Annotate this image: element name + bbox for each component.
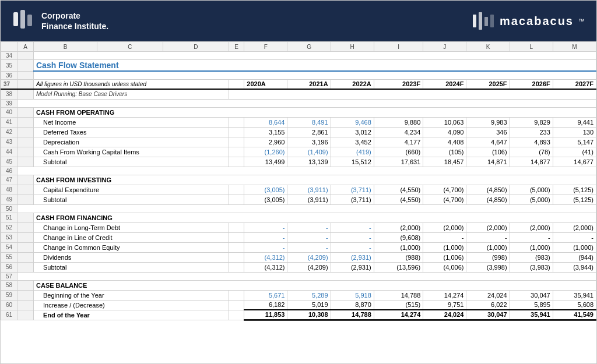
col-letter-b: B — [34, 42, 97, 52]
div-2026: (983) — [510, 252, 553, 262]
logo-text: Corporate Finance Institute. — [41, 10, 108, 31]
sheet-title: Cash Flow Statement — [34, 60, 596, 72]
dep-2025: 4,647 — [466, 137, 510, 147]
div-2022: (2,931) — [331, 252, 374, 262]
inc-2023: (515) — [374, 300, 423, 310]
loc-2021: - — [287, 232, 331, 242]
div-2021: (4,209) — [287, 252, 331, 262]
wc-2024: (105) — [423, 147, 466, 157]
dep-2024: 4,408 — [423, 137, 466, 147]
row-34: 34 — [1, 52, 596, 60]
wc-2025: (106) — [466, 147, 510, 157]
fin-sub-2020: (4,312) — [244, 262, 287, 272]
financing-subtotal-label: Subtotal — [34, 262, 229, 272]
logo-right: macabacus ™ — [472, 12, 585, 30]
ltd-2024: (2,000) — [423, 222, 466, 232]
ops-sub-2020: 13,499 — [244, 157, 287, 167]
loc-2025: - — [466, 232, 510, 242]
row-38: 38 Model Running: Base Case Drivers — [1, 89, 596, 99]
logo-line1: Corporate — [41, 10, 108, 21]
ltd-2021: - — [287, 222, 331, 232]
fin-sub-2025: (3,998) — [466, 262, 510, 272]
col-letter-row: A B C D E F G H I J K L M — [1, 42, 596, 52]
svg-rect-0 — [13, 12, 18, 26]
logo-line2: Finance Institute. — [41, 21, 108, 31]
dt-2021: 2,861 — [287, 127, 331, 137]
boy-label: Beginning of the Year — [34, 290, 229, 300]
boy-2026: 30,047 — [510, 290, 553, 300]
eq-2027: (1,000) — [553, 242, 596, 252]
figures-note: All figures in USD thousands unless stat… — [34, 79, 229, 89]
eq-2026: (1,000) — [510, 242, 553, 252]
depreciation-label: Depreciation — [34, 137, 229, 147]
row-56: 56 Subtotal (4,312) (4,209) (2,931) (13,… — [1, 262, 596, 272]
col-letter-c: C — [97, 42, 163, 52]
inv-sub-2020: (3,005) — [244, 195, 287, 204]
loc-2020: - — [244, 232, 287, 242]
ops-sub-2026: 14,877 — [510, 157, 553, 167]
capex-label: Capital Expenditure — [34, 185, 229, 195]
inc-2022: 8,870 — [331, 300, 374, 310]
ops-sub-2027: 14,677 — [553, 157, 596, 167]
row-59: 59 Beginning of the Year 5,671 5,289 5,9… — [1, 290, 596, 300]
dt-2024: 4,090 — [423, 127, 466, 137]
spreadsheet-table: A B C D E F G H I J K L M — [1, 41, 596, 321]
net-income-2022: 9,468 — [331, 117, 374, 127]
macabacus-logo-icon — [472, 12, 495, 30]
dep-2026: 4,893 — [510, 137, 553, 147]
inc-2027: 5,608 — [553, 300, 596, 310]
div-2020: (4,312) — [244, 252, 287, 262]
capex-2023: (4,550) — [374, 185, 423, 195]
inv-sub-2027: (5,125) — [553, 195, 596, 204]
deferred-taxes-label: Deferred Taxes — [34, 127, 229, 137]
loc-2024: - — [423, 232, 466, 242]
col-letter-g: G — [287, 42, 331, 52]
col-letter-m: M — [553, 42, 596, 52]
row-57: 57 — [1, 272, 596, 280]
row-53: 53 Change in Line of Credit - - - (9,608… — [1, 232, 596, 242]
ops-sub-2022: 15,512 — [331, 157, 374, 167]
dt-2020: 3,155 — [244, 127, 287, 137]
net-income-2026: 9,829 — [510, 117, 553, 127]
ops-sub-2023: 17,631 — [374, 157, 423, 167]
net-income-2027: 9,441 — [553, 117, 596, 127]
eq-2024: (1,000) — [423, 242, 466, 252]
operating-header: CASH FROM OPERATING — [34, 107, 596, 117]
net-income-2023: 9,880 — [374, 117, 423, 127]
row-48: 48 Capital Expenditure (3,005) (3,911) (… — [1, 185, 596, 195]
ltd-2023: (2,000) — [374, 222, 423, 232]
fin-sub-2021: (4,209) — [287, 262, 331, 272]
eoy-2020: 11,853 — [244, 310, 287, 320]
col-2027f: 2027F — [553, 79, 596, 89]
svg-rect-4 — [479, 12, 482, 30]
col-letter-h: H — [331, 42, 374, 52]
loc-2026: - — [510, 232, 553, 242]
wc-items-label: Cash From Working Capital Items — [34, 147, 229, 157]
ops-sub-2025: 14,871 — [466, 157, 510, 167]
dt-2023: 4,234 — [374, 127, 423, 137]
boy-2023: 14,788 — [374, 290, 423, 300]
col-2022a: 2022A — [331, 79, 374, 89]
boy-2022: 5,918 — [331, 290, 374, 300]
eoy-2026: 35,941 — [510, 310, 553, 320]
row-49: 49 Subtotal (3,005) (3,911) (3,711) (4,5… — [1, 195, 596, 204]
inc-2025: 6,022 — [466, 300, 510, 310]
eq-2020: - — [244, 242, 287, 252]
row-40: 40 CASH FROM OPERATING — [1, 107, 596, 117]
row-43: 43 Depreciation 2,960 3,196 3,452 4,177 … — [1, 137, 596, 147]
dt-2022: 3,012 — [331, 127, 374, 137]
row-46: 46 — [1, 167, 596, 175]
eoy-2021: 10,308 — [287, 310, 331, 320]
capex-2025: (4,850) — [466, 185, 510, 195]
spreadsheet-container: Corporate Finance Institute. macabacus ™… — [0, 0, 597, 364]
header-banner: Corporate Finance Institute. macabacus ™ — [1, 1, 596, 41]
logo-left: Corporate Finance Institute. — [12, 8, 108, 34]
boy-2027: 35,941 — [553, 290, 596, 300]
equity-label: Change in Common Equity — [34, 242, 229, 252]
dep-2020: 2,960 — [244, 137, 287, 147]
col-letter-i: I — [374, 42, 423, 52]
cfi-logo-icon — [12, 8, 36, 34]
div-2024: (1,006) — [423, 252, 466, 262]
svg-rect-1 — [20, 10, 25, 29]
investing-header: CASH FROM INVESTING — [34, 175, 596, 185]
